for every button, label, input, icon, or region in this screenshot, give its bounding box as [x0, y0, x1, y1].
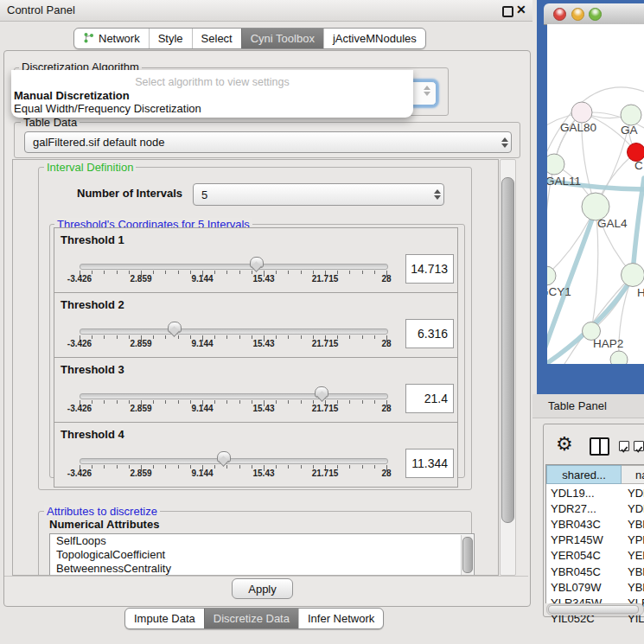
columns-icon[interactable]: [590, 437, 609, 456]
combo-arrows-icon: [421, 86, 433, 96]
tick-mark: [239, 400, 240, 404]
tick-mark: [153, 271, 154, 274]
table-row[interactable]: YBL079WYBL0: [546, 579, 644, 595]
tick-label: 9.144: [191, 274, 213, 284]
control-panel-titlebar: [0, 0, 532, 22]
table-row[interactable]: YDR27...YDR2: [546, 501, 644, 516]
slider-thumb[interactable]: [168, 322, 182, 338]
network-node[interactable]: [610, 351, 628, 364]
attr-items: SelfLoopsTopologicalCoefficientBetweenne…: [50, 534, 474, 576]
tab-label: Infer Network: [308, 612, 374, 625]
network-node-label: GAL4: [597, 217, 628, 230]
attribute-item-betweennesscentrality[interactable]: BetweennessCentrality: [50, 562, 474, 576]
number-of-intervals-value: 5: [194, 188, 431, 201]
tab-network[interactable]: Network: [74, 29, 149, 48]
tab-label: Style: [158, 32, 183, 45]
table-row[interactable]: YDL19...YDL1: [546, 485, 644, 501]
checkbox-icon[interactable]: [619, 441, 629, 451]
table-header-name[interactable]: na: [622, 465, 644, 484]
tab-style[interactable]: Style: [149, 29, 192, 48]
number-of-intervals-spinner[interactable]: 5: [193, 183, 444, 206]
algorithm-hint: Select algorithm to view settings: [11, 76, 413, 88]
tick-label: -3.426: [67, 339, 92, 348]
tick-mark: [288, 271, 289, 274]
network-canvas[interactable]: GAL80GACGAL11GAL4GCY1HHAP2: [547, 24, 644, 364]
network-node[interactable]: [547, 154, 564, 175]
tab-discretize-data[interactable]: Discretize Data: [204, 609, 298, 628]
table-hscrollbar[interactable]: [546, 603, 644, 615]
tick-mark: [276, 271, 277, 274]
close-traffic-light-icon[interactable]: [553, 8, 566, 21]
tick-mark: [117, 400, 118, 404]
minimize-traffic-light-icon[interactable]: [571, 8, 584, 21]
attribute-item-selfloops[interactable]: SelfLoops: [50, 534, 474, 548]
table-row[interactable]: YBR043CYBR0: [546, 516, 644, 532]
settings-scrollbar-thumb[interactable]: [501, 177, 514, 523]
tab-label: Cyni Toolbox: [251, 32, 315, 45]
attributes-group-title: Attributes to discretize: [44, 505, 160, 518]
network-node[interactable]: [571, 102, 592, 123]
network-node[interactable]: [621, 105, 641, 125]
checkbox-icon[interactable]: [634, 441, 644, 451]
tab-label: jActiveMNodules: [333, 32, 417, 45]
threshold-2-value-field[interactable]: 6.316: [405, 319, 454, 348]
tick-mark: [153, 335, 154, 339]
float-window-icon[interactable]: [502, 6, 513, 17]
tab-jactivemnodules[interactable]: jActiveMNodules: [323, 29, 425, 48]
network-node-label: GCY1: [547, 285, 571, 298]
table-row[interactable]: YPR145WYPR1: [546, 532, 644, 548]
combo-arrows-icon: [499, 137, 511, 148]
slider-track[interactable]: [80, 328, 388, 335]
network-node[interactable]: [622, 264, 644, 287]
gear-icon[interactable]: ⚙: [556, 433, 573, 455]
tab-label: Network: [99, 32, 140, 45]
tab-select[interactable]: Select: [192, 29, 241, 48]
slider-thumb[interactable]: [217, 451, 231, 468]
cell-shared-name: YDR27...: [546, 502, 622, 515]
tab-label: Impute Data: [134, 612, 195, 625]
tick-mark: [226, 465, 227, 469]
table-header-shared[interactable]: shared...: [546, 465, 622, 484]
network-edge-thick: [633, 178, 644, 273]
threshold-1-value-field[interactable]: 14.713: [405, 254, 454, 284]
settings-scrollbar[interactable]: [500, 159, 516, 576]
top-tab-bar: NetworkStyleSelectCyni ToolboxjActiveMNo…: [73, 28, 426, 49]
attribute-item-topologicalcoefficient[interactable]: TopologicalCoefficient: [50, 548, 474, 562]
tick-mark: [153, 465, 154, 469]
tab-infer-network[interactable]: Infer Network: [298, 609, 383, 628]
threshold-3-value-field[interactable]: 21.4: [405, 384, 454, 413]
tick-label: 15.43: [252, 274, 274, 284]
table-row[interactable]: YBR045CYBR0: [546, 564, 644, 579]
tab-impute-data[interactable]: Impute Data: [125, 609, 204, 628]
tick-mark: [214, 400, 215, 404]
zoom-traffic-light-icon[interactable]: [589, 8, 602, 21]
attributes-list-scrollbar[interactable]: [461, 535, 473, 575]
table-data-group-title: Table Data: [21, 116, 80, 129]
threshold-panel-3: Threshold 3-3.4262.8599.14415.4321.71528…: [54, 357, 458, 423]
thresholds-stack: Threshold 1-3.4262.8599.14415.4321.71528…: [54, 228, 458, 488]
apply-button[interactable]: Apply: [232, 578, 293, 599]
tab-cyni-toolbox[interactable]: Cyni Toolbox: [241, 29, 323, 48]
algorithm-option-manual-discretization[interactable]: Manual Discretization: [14, 89, 130, 102]
tick-mark: [214, 335, 215, 339]
tick-mark: [374, 465, 375, 469]
network-node[interactable]: [547, 266, 556, 285]
tick-label: -3.426: [67, 274, 92, 284]
slider-track[interactable]: [80, 264, 388, 270]
tick-mark: [349, 271, 350, 274]
slider-track[interactable]: [80, 393, 388, 399]
threshold-label: Threshold 2: [61, 298, 124, 311]
table-panel-title: Table Panel: [548, 399, 607, 412]
slider-thumb[interactable]: [315, 386, 328, 403]
threshold-4-value-field[interactable]: 11.344: [405, 449, 454, 478]
algorithm-option-equal-width-frequency-discretization[interactable]: Equal Width/Frequency Discretization: [14, 102, 201, 115]
tick-label: 21.715: [312, 404, 339, 413]
tick-mark: [374, 271, 375, 274]
close-icon[interactable]: ✕: [516, 3, 526, 16]
table-hscrollbar-thumb[interactable]: [548, 605, 639, 614]
network-icon: [83, 32, 94, 46]
slider-track[interactable]: [80, 458, 388, 464]
interval-definition-title: Interval Definition: [44, 161, 136, 174]
table-row[interactable]: YER054CYER0: [546, 548, 644, 564]
table-data-combobox[interactable]: galFiltered.sif default node: [24, 131, 512, 153]
